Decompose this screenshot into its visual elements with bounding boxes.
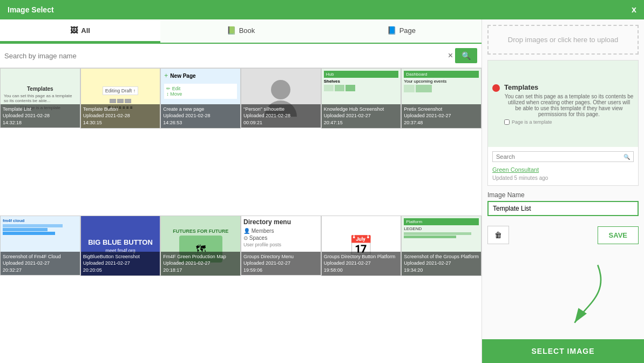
select-image-button[interactable]: SELECT IMAGE bbox=[482, 339, 644, 363]
tab-book-icon: 📗 bbox=[227, 26, 236, 35]
search-icon: 🔍 bbox=[462, 51, 471, 60]
image-item[interactable]: Dashboard Your upcoming events Pretix Sc… bbox=[401, 68, 482, 129]
image-item[interactable]: "Person" silhouette Uploaded 2021-02-28 … bbox=[241, 68, 321, 128]
arrow-drawing-area bbox=[482, 248, 644, 339]
preview-description: You can set this page as a template so i… bbox=[504, 93, 634, 117]
tab-all-icon: 🖼 bbox=[70, 26, 78, 35]
tab-book-label: Book bbox=[239, 26, 255, 35]
image-caption: Template Button Uploaded 2021-02-28 14:3… bbox=[81, 104, 160, 128]
tab-page-icon: 📘 bbox=[387, 26, 396, 35]
image-item[interactable]: Hub Shelves Knowledge Hub Screenshot Upl… bbox=[321, 68, 402, 129]
preview-meta: 🔍 Green Consultant Updated 5 minutes ago bbox=[488, 147, 638, 185]
image-caption: Pretix Screenshot Uploaded 2021-02-27 20… bbox=[402, 104, 481, 128]
image-item[interactable]: Templates You can set this page as a tem… bbox=[0, 68, 80, 128]
left-panel: 🖼 All 📗 Book 📘 Page × 🔍 bbox=[0, 19, 482, 363]
tab-book[interactable]: 📗 Book bbox=[160, 19, 321, 43]
image-caption: Screenshot of the Groups Platform Upload… bbox=[402, 252, 481, 275]
trash-icon: 🗑 bbox=[494, 231, 502, 239]
image-item[interactable]: BIG BLUE BUTTON meet.fm4f.org BigBlueBut… bbox=[80, 216, 161, 276]
preview-link1[interactable]: Green Consultant bbox=[492, 166, 634, 173]
image-name-section: Image Name bbox=[482, 186, 644, 221]
tab-all-label: All bbox=[81, 26, 90, 35]
modal-close-button[interactable]: x bbox=[632, 5, 636, 15]
tabs-bar: 🖼 All 📗 Book 📘 Page bbox=[0, 19, 482, 44]
search-clear-button[interactable]: × bbox=[448, 51, 453, 60]
image-item[interactable]: fm4f cloud Screenshot of Fm4F Cloud Uplo… bbox=[0, 216, 80, 275]
upload-area[interactable]: Drop images or click here to upload bbox=[487, 25, 639, 55]
preview-search-row: 🔍 bbox=[492, 151, 634, 162]
image-caption: Groups Directory Button Platform Uploade… bbox=[322, 252, 401, 275]
image-grid: Templates You can set this page as a tem… bbox=[0, 68, 482, 363]
image-caption: Groups Directory Menu Uploaded 2021-02-2… bbox=[241, 252, 321, 275]
image-caption: Knowledge Hub Screenshot Uploaded 2021-0… bbox=[322, 104, 401, 128]
image-caption: Create a new page Uploaded 2021-02-28 14… bbox=[161, 104, 240, 128]
preview-area: Templates You can set this page as a tem… bbox=[487, 60, 639, 186]
image-caption: "Person" silhouette Uploaded 2021-02-28 … bbox=[241, 104, 321, 128]
image-select-modal: Image Select x 🖼 All 📗 Book 📘 Page bbox=[0, 0, 644, 363]
image-item[interactable]: + New Page ✏ Edit ↕ Move Create a new pa… bbox=[160, 68, 241, 129]
preview-checkbox-label: Page is a template bbox=[512, 119, 552, 125]
preview-image-container: Templates You can set this page as a tem… bbox=[488, 60, 638, 147]
image-name-input[interactable] bbox=[487, 201, 639, 216]
modal-header: Image Select x bbox=[0, 0, 644, 19]
search-bar: × 🔍 bbox=[0, 44, 482, 68]
save-button[interactable]: SAVE bbox=[598, 226, 639, 244]
image-caption: Fm4F Green Production Map Uploaded 2021-… bbox=[161, 252, 240, 275]
modal-title: Image Select bbox=[8, 5, 54, 14]
modal-body: 🖼 All 📗 Book 📘 Page × 🔍 bbox=[0, 19, 644, 363]
image-item[interactable]: Editing Draft ↑ B I U ≡ ≡ ≡ ≡ Template B… bbox=[80, 68, 161, 129]
preview-search-input[interactable] bbox=[496, 153, 623, 160]
tab-page-label: Page bbox=[399, 26, 416, 35]
preview-title: Templates bbox=[504, 83, 634, 91]
image-item[interactable]: Directory menu 👤 Members ⊙ Spaces User p… bbox=[241, 216, 321, 275]
tab-page[interactable]: 📘 Page bbox=[321, 19, 482, 43]
preview-image-placeholder: Templates You can set this page as a tem… bbox=[488, 60, 638, 147]
image-item[interactable]: 📅 Groups Directory Button Platform Uploa… bbox=[321, 216, 402, 276]
image-item[interactable]: FUTURES FOR FUTURE 🗺 Fm4F Green Producti… bbox=[160, 216, 241, 276]
image-caption: Template List Uploaded 2021-02-28 14:32:… bbox=[1, 104, 80, 128]
image-caption: BigBlueButton Screenshot Uploaded 2021-0… bbox=[81, 252, 160, 275]
tab-all[interactable]: 🖼 All bbox=[0, 19, 160, 43]
right-panel: Drop images or click here to upload Temp… bbox=[482, 19, 644, 363]
image-caption: Screenshot of Fm4F Cloud Uploaded 2021-0… bbox=[1, 252, 80, 275]
image-name-label: Image Name bbox=[487, 191, 639, 199]
upload-label: Drop images or click here to upload bbox=[508, 36, 619, 44]
image-item[interactable]: Platform LEGEND Screenshot of the Groups… bbox=[401, 216, 482, 276]
preview-search-icon: 🔍 bbox=[623, 154, 630, 160]
preview-updated: Updated 5 minutes ago bbox=[492, 175, 634, 181]
delete-button[interactable]: 🗑 bbox=[487, 226, 509, 244]
action-buttons-row: 🗑 SAVE bbox=[482, 221, 644, 248]
search-button[interactable]: 🔍 bbox=[455, 48, 477, 63]
search-input[interactable] bbox=[4, 52, 448, 60]
preview-checkbox[interactable] bbox=[504, 119, 510, 125]
